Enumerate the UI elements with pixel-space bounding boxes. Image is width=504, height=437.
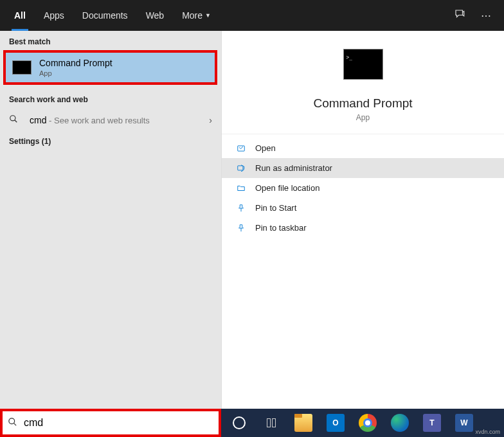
taskbar-cortana[interactable]: [225, 410, 253, 436]
chevron-down-icon: ▼: [205, 12, 211, 19]
watermark: xvdn.com: [475, 429, 500, 435]
cortana-icon: [233, 416, 246, 429]
action-pin-taskbar-label: Pin to taskbar: [255, 223, 307, 233]
search-web-hint: - See work and web results: [46, 116, 149, 125]
file-explorer-icon: [294, 414, 312, 432]
action-open-label: Open: [255, 143, 276, 153]
svg-point-0: [10, 116, 15, 121]
taskbar-chrome[interactable]: [354, 410, 382, 436]
chrome-icon: [359, 414, 377, 432]
action-admin-label: Run as administrator: [255, 163, 332, 173]
feedback-icon[interactable]: [446, 8, 473, 22]
search-web-header: Search work and web: [0, 89, 221, 108]
taskbar-taskview[interactable]: [257, 410, 285, 436]
chevron-right-icon: ›: [209, 115, 212, 125]
action-open-location[interactable]: Open file location: [222, 178, 504, 198]
admin-icon: [236, 164, 246, 173]
command-prompt-icon: [12, 60, 32, 75]
action-open[interactable]: Open: [222, 138, 504, 158]
command-prompt-large-icon: [343, 49, 383, 80]
search-icon: [8, 417, 17, 429]
action-pin-start[interactable]: Pin to Start: [222, 198, 504, 218]
result-search-web[interactable]: cmd - See work and web results ›: [0, 108, 221, 132]
tab-all[interactable]: All: [5, 0, 35, 31]
tab-more[interactable]: More ▼: [173, 0, 220, 31]
svg-line-1: [15, 120, 17, 123]
taskview-icon: [267, 418, 276, 427]
pin-icon: [236, 204, 246, 213]
tab-documents[interactable]: Documents: [73, 0, 137, 31]
taskbar-outlook[interactable]: O: [321, 410, 350, 436]
open-icon: [236, 144, 246, 153]
detail-subtitle: App: [356, 113, 370, 122]
search-bar[interactable]: [0, 409, 221, 437]
tab-more-label: More: [182, 10, 203, 21]
action-run-as-admin[interactable]: Run as administrator: [222, 158, 504, 178]
best-match-header: Best match: [0, 31, 221, 50]
taskbar: O T W: [221, 409, 504, 437]
taskbar-teams[interactable]: T: [418, 410, 446, 436]
search-input[interactable]: [24, 417, 213, 429]
more-options-icon[interactable]: ⋯: [473, 10, 499, 22]
edge-icon: [391, 414, 409, 432]
result-command-prompt[interactable]: Command Prompt App: [3, 50, 217, 85]
action-pin-start-label: Pin to Start: [255, 203, 296, 213]
outlook-icon: O: [327, 414, 345, 432]
svg-line-7: [14, 423, 16, 425]
search-web-query: cmd: [30, 115, 46, 125]
taskbar-word[interactable]: W: [450, 410, 478, 436]
search-web-text: cmd - See work and web results: [30, 115, 209, 125]
detail-panel: Command Prompt App Open Run as administr…: [221, 31, 504, 437]
folder-icon: [236, 184, 246, 193]
svg-rect-3: [238, 165, 243, 170]
tab-apps[interactable]: Apps: [35, 0, 73, 31]
detail-title: Command Prompt: [313, 96, 412, 111]
action-pin-taskbar[interactable]: Pin to taskbar: [222, 218, 504, 238]
svg-point-6: [9, 418, 15, 424]
search-icon: [9, 114, 21, 125]
taskbar-edge[interactable]: [386, 410, 414, 436]
results-panel: Best match Command Prompt App Search wor…: [0, 31, 221, 437]
teams-icon: T: [423, 414, 441, 432]
action-location-label: Open file location: [255, 183, 320, 193]
settings-header: Settings (1): [0, 132, 221, 151]
pin-icon: [236, 224, 246, 233]
taskbar-explorer[interactable]: [289, 410, 318, 436]
result-subtitle: App: [39, 69, 113, 77]
result-title: Command Prompt: [39, 58, 113, 68]
word-icon: W: [455, 414, 473, 432]
tab-web[interactable]: Web: [137, 0, 174, 31]
search-scope-tabs: All Apps Documents Web More ▼ ⋯: [0, 0, 504, 31]
